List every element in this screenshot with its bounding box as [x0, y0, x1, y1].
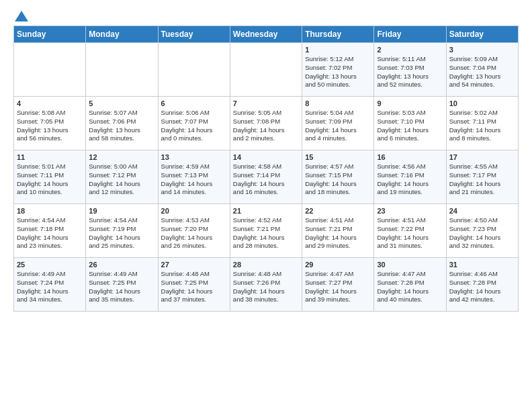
- header: [13, 11, 519, 21]
- calendar-cell: 2Sunrise: 5:11 AM Sunset: 7:03 PM Daylig…: [374, 43, 446, 97]
- calendar-cell: 24Sunrise: 4:50 AM Sunset: 7:23 PM Dayli…: [446, 204, 518, 258]
- calendar-cell: 26Sunrise: 4:49 AM Sunset: 7:25 PM Dayli…: [86, 258, 158, 312]
- day-number: 5: [89, 99, 154, 107]
- day-number: 20: [161, 207, 227, 215]
- day-info: Sunrise: 5:05 AM Sunset: 7:08 PM Dayligh…: [233, 109, 299, 143]
- weekday-header-friday: Friday: [374, 26, 446, 43]
- calendar-cell: 28Sunrise: 4:48 AM Sunset: 7:26 PM Dayli…: [230, 258, 302, 312]
- weekday-header-wednesday: Wednesday: [230, 26, 302, 43]
- calendar-cell: 29Sunrise: 4:47 AM Sunset: 7:27 PM Dayli…: [302, 258, 374, 312]
- calendar-cell: 4Sunrise: 5:08 AM Sunset: 7:05 PM Daylig…: [14, 97, 86, 150]
- day-info: Sunrise: 4:56 AM Sunset: 7:16 PM Dayligh…: [377, 163, 443, 197]
- calendar-cell: 16Sunrise: 4:56 AM Sunset: 7:16 PM Dayli…: [374, 150, 446, 204]
- calendar-cell: 20Sunrise: 4:53 AM Sunset: 7:20 PM Dayli…: [158, 204, 230, 258]
- day-number: 14: [233, 153, 299, 161]
- calendar-cell: [14, 43, 86, 97]
- day-number: 1: [305, 46, 371, 54]
- day-number: 25: [17, 261, 83, 269]
- day-number: 12: [89, 153, 154, 161]
- day-info: Sunrise: 5:12 AM Sunset: 7:02 PM Dayligh…: [305, 55, 371, 89]
- day-number: 10: [449, 99, 515, 107]
- day-number: 30: [377, 261, 443, 269]
- day-number: 28: [233, 261, 299, 269]
- calendar-cell: 30Sunrise: 4:47 AM Sunset: 7:28 PM Dayli…: [374, 258, 446, 312]
- svg-marker-0: [15, 11, 28, 21]
- calendar-cell: 9Sunrise: 5:03 AM Sunset: 7:10 PM Daylig…: [374, 97, 446, 150]
- weekday-header-thursday: Thursday: [302, 26, 374, 43]
- day-info: Sunrise: 4:46 AM Sunset: 7:28 PM Dayligh…: [449, 270, 515, 304]
- day-number: 22: [305, 207, 371, 215]
- day-number: 29: [305, 261, 371, 269]
- day-number: 6: [161, 99, 227, 107]
- calendar-cell: 13Sunrise: 4:59 AM Sunset: 7:13 PM Dayli…: [158, 150, 230, 204]
- calendar-cell: 5Sunrise: 5:07 AM Sunset: 7:06 PM Daylig…: [86, 97, 158, 150]
- day-number: 4: [17, 99, 83, 107]
- page: SundayMondayTuesdayWednesdayThursdayFrid…: [0, 0, 532, 411]
- calendar-cell: 21Sunrise: 4:52 AM Sunset: 7:21 PM Dayli…: [230, 204, 302, 258]
- day-info: Sunrise: 5:04 AM Sunset: 7:09 PM Dayligh…: [305, 109, 371, 143]
- calendar-cell: 14Sunrise: 4:58 AM Sunset: 7:14 PM Dayli…: [230, 150, 302, 204]
- day-number: 3: [449, 46, 515, 54]
- day-number: 21: [233, 207, 299, 215]
- calendar-cell: [158, 43, 230, 97]
- logo: [13, 11, 28, 21]
- day-number: 11: [17, 153, 83, 161]
- calendar-week-3: 11Sunrise: 5:01 AM Sunset: 7:11 PM Dayli…: [14, 150, 519, 204]
- day-number: 8: [305, 99, 371, 107]
- day-number: 2: [377, 46, 443, 54]
- day-info: Sunrise: 4:47 AM Sunset: 7:28 PM Dayligh…: [377, 270, 443, 304]
- day-number: 17: [449, 153, 515, 161]
- calendar-cell: 12Sunrise: 5:00 AM Sunset: 7:12 PM Dayli…: [86, 150, 158, 204]
- day-number: 23: [377, 207, 443, 215]
- day-info: Sunrise: 4:53 AM Sunset: 7:20 PM Dayligh…: [161, 216, 227, 250]
- weekday-header-row: SundayMondayTuesdayWednesdayThursdayFrid…: [14, 26, 519, 43]
- day-number: 9: [377, 99, 443, 107]
- logo-icon: [15, 11, 28, 21]
- weekday-header-tuesday: Tuesday: [158, 26, 230, 43]
- day-number: 13: [161, 153, 227, 161]
- day-number: 27: [161, 261, 227, 269]
- day-number: 15: [305, 153, 371, 161]
- calendar-cell: 7Sunrise: 5:05 AM Sunset: 7:08 PM Daylig…: [230, 97, 302, 150]
- calendar-cell: 3Sunrise: 5:09 AM Sunset: 7:04 PM Daylig…: [446, 43, 518, 97]
- day-info: Sunrise: 5:02 AM Sunset: 7:11 PM Dayligh…: [449, 109, 515, 143]
- calendar-cell: 15Sunrise: 4:57 AM Sunset: 7:15 PM Dayli…: [302, 150, 374, 204]
- day-info: Sunrise: 4:48 AM Sunset: 7:26 PM Dayligh…: [233, 270, 299, 304]
- calendar-table: SundayMondayTuesdayWednesdayThursdayFrid…: [13, 26, 519, 312]
- day-info: Sunrise: 4:51 AM Sunset: 7:22 PM Dayligh…: [377, 216, 443, 250]
- day-info: Sunrise: 5:09 AM Sunset: 7:04 PM Dayligh…: [449, 55, 515, 89]
- day-info: Sunrise: 4:54 AM Sunset: 7:18 PM Dayligh…: [17, 216, 83, 250]
- calendar-cell: 31Sunrise: 4:46 AM Sunset: 7:28 PM Dayli…: [446, 258, 518, 312]
- day-info: Sunrise: 5:07 AM Sunset: 7:06 PM Dayligh…: [89, 109, 154, 143]
- calendar-cell: [86, 43, 158, 97]
- day-number: 18: [17, 207, 83, 215]
- calendar-cell: 18Sunrise: 4:54 AM Sunset: 7:18 PM Dayli…: [14, 204, 86, 258]
- day-info: Sunrise: 5:01 AM Sunset: 7:11 PM Dayligh…: [17, 163, 83, 197]
- day-info: Sunrise: 4:52 AM Sunset: 7:21 PM Dayligh…: [233, 216, 299, 250]
- day-number: 7: [233, 99, 299, 107]
- day-info: Sunrise: 5:00 AM Sunset: 7:12 PM Dayligh…: [89, 163, 154, 197]
- day-info: Sunrise: 4:49 AM Sunset: 7:24 PM Dayligh…: [17, 270, 83, 304]
- day-info: Sunrise: 4:51 AM Sunset: 7:21 PM Dayligh…: [305, 216, 371, 250]
- calendar-cell: 27Sunrise: 4:48 AM Sunset: 7:25 PM Dayli…: [158, 258, 230, 312]
- calendar-cell: 25Sunrise: 4:49 AM Sunset: 7:24 PM Dayli…: [14, 258, 86, 312]
- day-number: 16: [377, 153, 443, 161]
- day-info: Sunrise: 4:58 AM Sunset: 7:14 PM Dayligh…: [233, 163, 299, 197]
- weekday-header-monday: Monday: [86, 26, 158, 43]
- day-number: 24: [449, 207, 515, 215]
- day-info: Sunrise: 4:47 AM Sunset: 7:27 PM Dayligh…: [305, 270, 371, 304]
- day-info: Sunrise: 5:06 AM Sunset: 7:07 PM Dayligh…: [161, 109, 227, 143]
- calendar-week-1: 1Sunrise: 5:12 AM Sunset: 7:02 PM Daylig…: [14, 43, 519, 97]
- day-info: Sunrise: 4:50 AM Sunset: 7:23 PM Dayligh…: [449, 216, 515, 250]
- day-info: Sunrise: 4:48 AM Sunset: 7:25 PM Dayligh…: [161, 270, 227, 304]
- calendar-week-5: 25Sunrise: 4:49 AM Sunset: 7:24 PM Dayli…: [14, 258, 519, 312]
- calendar-cell: 11Sunrise: 5:01 AM Sunset: 7:11 PM Dayli…: [14, 150, 86, 204]
- calendar-week-2: 4Sunrise: 5:08 AM Sunset: 7:05 PM Daylig…: [14, 97, 519, 150]
- calendar-cell: 19Sunrise: 4:54 AM Sunset: 7:19 PM Dayli…: [86, 204, 158, 258]
- day-number: 31: [449, 261, 515, 269]
- calendar-cell: 23Sunrise: 4:51 AM Sunset: 7:22 PM Dayli…: [374, 204, 446, 258]
- calendar-cell: 6Sunrise: 5:06 AM Sunset: 7:07 PM Daylig…: [158, 97, 230, 150]
- day-info: Sunrise: 4:59 AM Sunset: 7:13 PM Dayligh…: [161, 163, 227, 197]
- weekday-header-saturday: Saturday: [446, 26, 518, 43]
- calendar-cell: 22Sunrise: 4:51 AM Sunset: 7:21 PM Dayli…: [302, 204, 374, 258]
